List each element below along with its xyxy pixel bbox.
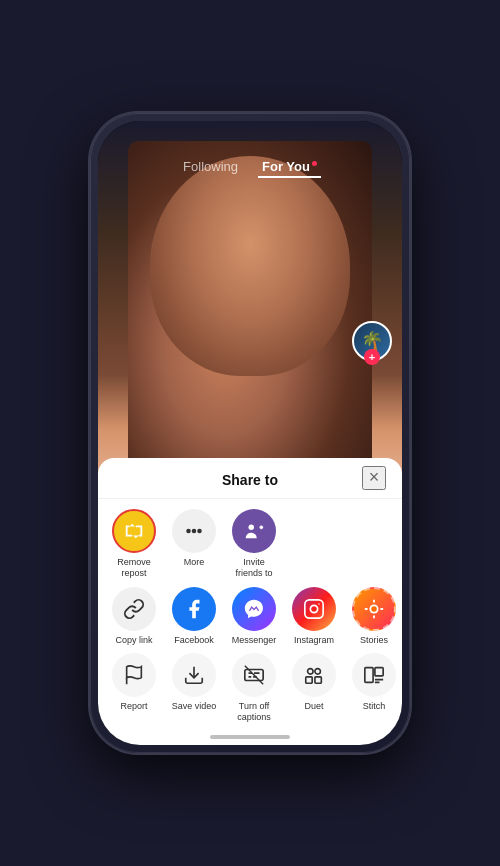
messenger-icon [243,598,265,620]
nav-tabs: Following For You [98,149,402,186]
svg-point-10 [371,606,377,612]
repost-icon [123,520,145,542]
facebook-icon [183,598,205,620]
tab-following[interactable]: Following [179,157,242,178]
save-video-label: Save video [172,701,217,712]
svg-point-23 [308,669,314,675]
remove-repost-icon-wrap [112,509,156,553]
svg-rect-27 [365,668,373,683]
tab-for-you[interactable]: For You [258,157,321,178]
share-item-save-video[interactable]: Save video [166,653,222,723]
share-item-stitch[interactable]: Stitch [346,653,402,723]
captions-off-icon [243,664,265,686]
svg-rect-26 [315,677,321,683]
svg-point-0 [193,530,196,533]
svg-point-3 [249,525,255,531]
share-row-3: Report Save video [98,649,402,727]
invite-icon-wrap [232,509,276,553]
share-item-more[interactable]: More [166,509,222,579]
home-bar [210,735,290,739]
share-item-copy-link[interactable]: Copy link [106,587,162,646]
remove-repost-label: Removerepost [117,557,151,579]
share-item-remove-repost[interactable]: Removerepost [106,509,162,579]
facebook-icon-wrap [172,587,216,631]
svg-point-2 [198,530,201,533]
more-icon-wrap [172,509,216,553]
video-content [150,156,350,376]
duet-icon [303,664,325,686]
share-item-instagram[interactable]: Instagram [286,587,342,646]
profile-avatar[interactable]: 🌴 + [352,321,392,361]
phone-frame: Following For You 🌴 + Share to × [90,113,410,753]
share-row-2: Copy link Facebook [98,583,402,650]
svg-point-7 [310,605,317,612]
copy-link-icon-wrap [112,587,156,631]
share-item-messenger[interactable]: Messenger [226,587,282,646]
link-icon [123,598,145,620]
sheet-title: Share to [222,472,278,488]
more-dots-icon [183,520,205,542]
svg-rect-6 [305,599,323,617]
share-item-facebook[interactable]: Facebook [166,587,222,646]
report-label: Report [120,701,147,712]
more-label: More [184,557,205,568]
share-item-report[interactable]: Report [106,653,162,723]
stories-icon-wrap [352,587,396,631]
share-sheet: Share to × Removerepost [98,458,402,745]
svg-point-1 [187,530,190,533]
sheet-header: Share to × [98,458,402,499]
save-video-icon-wrap [172,653,216,697]
share-item-captions[interactable]: Turn offcaptions [226,653,282,723]
instagram-icon [303,598,325,620]
facebook-label: Facebook [174,635,214,646]
stitch-label: Stitch [363,701,386,712]
stitch-icon [363,664,385,686]
svg-line-22 [245,666,263,684]
report-icon-wrap [112,653,156,697]
instagram-label: Instagram [294,635,334,646]
messenger-label: Messenger [232,635,277,646]
captions-icon-wrap [232,653,276,697]
duet-label: Duet [304,701,323,712]
messenger-icon-wrap [232,587,276,631]
follow-plus-badge: + [364,349,380,365]
share-row-1: Removerepost More [98,499,402,583]
instagram-icon-wrap [292,587,336,631]
svg-rect-28 [375,668,383,676]
svg-point-24 [315,669,321,675]
svg-point-8 [318,603,319,604]
phone-screen: Following For You 🌴 + Share to × [98,121,402,745]
close-button[interactable]: × [362,466,386,490]
stitch-icon-wrap [352,653,396,697]
stories-label: Stories [360,635,388,646]
duet-icon-wrap [292,653,336,697]
captions-label: Turn offcaptions [237,701,271,723]
flag-icon [123,664,145,686]
share-item-invite[interactable]: Invitefriends to [226,509,282,579]
download-icon [183,664,205,686]
stories-icon [363,598,385,620]
share-item-stories[interactable]: Stories [346,587,402,646]
share-item-duet[interactable]: Duet [286,653,342,723]
copy-link-label: Copy link [115,635,152,646]
notification-dot [312,161,317,166]
invite-label: Invitefriends to [235,557,272,579]
invite-friends-icon [243,520,265,542]
svg-rect-25 [306,677,312,683]
